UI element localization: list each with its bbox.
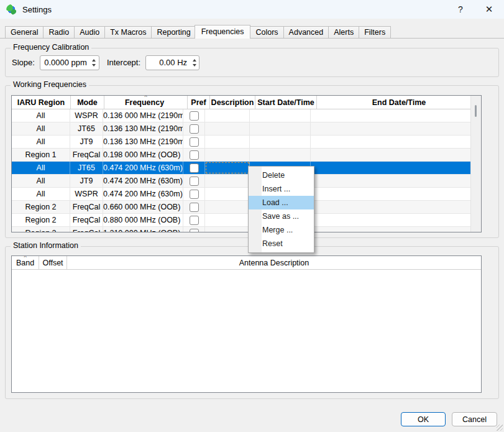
cell-end-datetime[interactable] [311, 162, 481, 174]
menu-item-reset[interactable]: Reset [249, 237, 314, 250]
cell-mode[interactable]: WSPR [70, 109, 103, 122]
pref-checkbox[interactable] [190, 216, 199, 225]
cell-mode[interactable]: JT65 [70, 122, 103, 135]
table-row[interactable]: AllJT90.474 200 MHz (630m) [12, 175, 481, 188]
cell-end-datetime[interactable] [311, 136, 481, 148]
spinner-down-icon[interactable] [92, 64, 96, 67]
cell-description[interactable] [205, 214, 250, 226]
column-header-frequency[interactable]: Frequency^ [104, 96, 188, 109]
cell-pref[interactable] [183, 175, 205, 187]
vertical-scrollbar-thumb[interactable] [475, 105, 477, 117]
spinner-up-icon[interactable] [92, 59, 96, 62]
column-header-mode[interactable]: Mode [71, 96, 104, 109]
cancel-button[interactable]: Cancel [452, 412, 497, 426]
pref-checkbox[interactable] [190, 190, 199, 199]
cell-mode[interactable]: JT9 [70, 175, 103, 187]
pref-checkbox[interactable] [190, 229, 199, 233]
tab-frequencies[interactable]: Frequencies [195, 25, 251, 39]
cell-iaru-region[interactable]: Region 1 [12, 149, 70, 161]
cell-frequency[interactable]: 0.880 000 MHz (OOB) [103, 214, 183, 226]
column-header-start-date-time[interactable]: Start Date/Time [255, 96, 317, 109]
cell-pref[interactable] [183, 227, 205, 232]
cell-end-datetime[interactable] [311, 175, 481, 187]
table-row[interactable]: Region 2FreqCal0.880 000 MHz (OOB) [12, 214, 481, 227]
intercept-value[interactable]: 0.00 Hz [146, 58, 190, 67]
cell-frequency[interactable]: 0.474 200 MHz (630m) [103, 175, 183, 187]
pref-checkbox[interactable] [190, 124, 199, 134]
column-header-iaru-region[interactable]: IARU Region [12, 96, 71, 109]
tab-reporting[interactable]: Reporting [151, 26, 196, 38]
spinner-down-icon[interactable] [193, 64, 196, 67]
menu-item-merge[interactable]: Merge ... [249, 223, 314, 237]
cell-mode[interactable]: FreqCal [70, 201, 103, 213]
cell-frequency[interactable]: 0.474 200 MHz (630m) [103, 162, 183, 174]
cell-frequency[interactable]: 0.198 000 MHz (OOB) [103, 149, 183, 161]
cell-frequency[interactable]: 0.136 130 MHz (2190m) [103, 136, 183, 148]
pref-checkbox[interactable] [190, 137, 199, 147]
column-header-description[interactable]: Description [210, 96, 255, 109]
cell-description[interactable] [205, 201, 250, 213]
cell-description[interactable] [205, 149, 250, 161]
intercept-spinner[interactable] [190, 56, 199, 70]
table-row[interactable]: AllJT650.474 200 MHz (630m) [12, 162, 481, 175]
cell-iaru-region[interactable]: Region 2 [12, 227, 70, 232]
cell-mode[interactable]: FreqCal [70, 227, 103, 232]
cell-description[interactable] [205, 109, 250, 122]
cell-mode[interactable]: JT65 [70, 162, 103, 174]
cell-description[interactable] [205, 175, 250, 187]
cell-end-datetime[interactable] [311, 214, 481, 226]
cell-end-datetime[interactable] [311, 188, 481, 200]
cell-description[interactable] [205, 227, 250, 232]
cell-pref[interactable] [183, 201, 205, 213]
cell-iaru-region[interactable]: All [12, 175, 70, 187]
cell-end-datetime[interactable] [311, 227, 481, 232]
column-header-offset[interactable]: Offset [39, 256, 67, 269]
cell-iaru-region[interactable]: Region 2 [12, 214, 70, 226]
spinner-up-icon[interactable] [193, 59, 196, 62]
cell-frequency[interactable]: 0.136 130 MHz (2190m) [103, 122, 183, 135]
tab-alerts[interactable]: Alerts [328, 26, 359, 38]
resize-grip[interactable] [497, 425, 503, 431]
cell-frequency[interactable]: 0.136 000 MHz (2190m) [103, 109, 183, 122]
cell-pref[interactable] [183, 122, 205, 135]
menu-item-save-as[interactable]: Save as ... [249, 209, 314, 223]
cell-pref[interactable] [183, 136, 205, 148]
cell-iaru-region[interactable]: All [12, 136, 70, 148]
column-header-pref[interactable]: Pref [188, 96, 210, 109]
cell-mode[interactable]: FreqCal [70, 149, 103, 161]
cell-end-datetime[interactable] [311, 109, 481, 122]
table-row[interactable]: AllWSPR0.136 000 MHz (2190m) [12, 109, 481, 122]
cell-frequency[interactable]: 0.660 000 MHz (OOB) [103, 201, 183, 213]
cell-start-datetime[interactable] [250, 109, 311, 122]
cell-pref[interactable] [183, 149, 205, 161]
tab-radio[interactable]: Radio [43, 26, 75, 38]
menu-item-load[interactable]: Load ... [249, 196, 314, 209]
cell-description[interactable] [205, 122, 250, 135]
pref-checkbox[interactable] [190, 203, 199, 212]
cell-iaru-region[interactable]: All [12, 188, 70, 200]
pref-checkbox[interactable] [190, 177, 199, 186]
tab-filters[interactable]: Filters [359, 26, 391, 38]
cell-iaru-region[interactable]: All [12, 162, 70, 174]
cell-description[interactable] [205, 188, 250, 200]
ok-button[interactable]: OK [401, 412, 446, 426]
table-row[interactable]: Region 2FreqCal0.660 000 MHz (OOB) [12, 201, 481, 214]
cell-start-datetime[interactable] [250, 136, 311, 148]
cell-iaru-region[interactable]: All [12, 122, 70, 135]
table-row[interactable]: AllJT90.136 130 MHz (2190m) [12, 136, 481, 149]
cell-start-datetime[interactable] [250, 149, 311, 161]
column-header-end-date-time[interactable]: End Date/Time [317, 96, 481, 109]
cell-frequency[interactable]: 1.210 000 MHz (OOB) [103, 227, 183, 232]
tab-general[interactable]: General [5, 26, 44, 38]
cell-pref[interactable] [183, 188, 205, 200]
cell-description[interactable] [205, 162, 250, 174]
cell-mode[interactable]: JT9 [70, 136, 103, 148]
table-row[interactable]: Region 1FreqCal0.198 000 MHz (OOB) [12, 149, 481, 162]
help-button[interactable]: ? [453, 2, 468, 16]
table-row[interactable]: AllWSPR0.474 200 MHz (630m) [12, 188, 481, 201]
cell-end-datetime[interactable] [311, 122, 481, 135]
cell-end-datetime[interactable] [311, 149, 481, 161]
cell-mode[interactable]: FreqCal [70, 214, 103, 226]
cell-frequency[interactable]: 0.474 200 MHz (630m) [103, 188, 183, 200]
table-row[interactable]: Region 2FreqCal1.210 000 MHz (OOB) [12, 227, 481, 232]
